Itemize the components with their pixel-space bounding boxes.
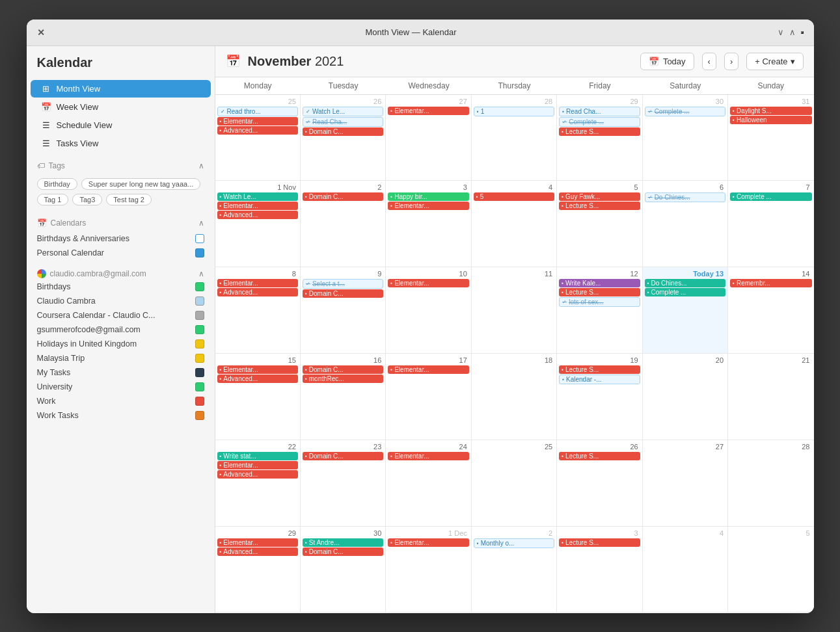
day-cell[interactable]: 20 <box>643 354 728 440</box>
calendar-event[interactable]: ▪Halloween <box>730 116 811 124</box>
calendar-event[interactable]: ▪Write Kale... <box>559 279 640 287</box>
tags-section-header[interactable]: 🏷 Tags ∧ <box>27 157 215 174</box>
calendar-event[interactable]: ▪Elementar... <box>217 117 298 125</box>
calendar-event[interactable]: ▪Domain C... <box>303 547 383 556</box>
google-cal-gsoc[interactable]: gsummerofcode@gmail.com <box>27 323 215 337</box>
day-cell[interactable]: 26✓Watch Le...✓Read Cha...▪Domain C... <box>301 95 386 181</box>
calendar-event[interactable]: ✓Read Cha... <box>303 117 383 127</box>
google-cal-work-tasks[interactable]: Work Tasks <box>27 408 215 423</box>
day-cell[interactable]: 5 <box>728 527 813 613</box>
day-cell[interactable]: 18 <box>472 354 557 440</box>
day-cell[interactable]: 21 <box>728 354 813 440</box>
day-cell[interactable]: 27▪Elementar... <box>386 95 471 181</box>
calendar-event[interactable]: ▪1 <box>474 107 554 116</box>
day-cell[interactable]: 4▪5 <box>472 181 557 267</box>
calendar-event[interactable]: ▪Elementar... <box>217 538 298 547</box>
day-cell[interactable]: 1 Dec▪Elementar... <box>386 527 471 613</box>
google-cal-birthdays[interactable]: Birthdays <box>27 280 215 294</box>
calendar-event[interactable]: ▪Monthly o... <box>474 538 554 548</box>
calendar-event[interactable]: ▪Domain C... <box>303 127 383 136</box>
calendar-personal[interactable]: Personal Calendar <box>27 246 215 260</box>
day-cell[interactable]: 5▪Guy Fawk...▪Lecture S... <box>557 181 642 267</box>
day-cell[interactable]: 11 <box>472 267 557 354</box>
create-button[interactable]: + Create ▾ <box>746 53 803 70</box>
calendar-event[interactable]: ▪Elementar... <box>388 365 468 374</box>
google-cal-university[interactable]: University <box>27 380 215 394</box>
calendar-event[interactable]: ▪Happy bir... <box>388 192 468 201</box>
calendar-event[interactable]: ▪St Andre... <box>303 538 383 547</box>
calendar-event[interactable]: ▪Domain C... <box>303 365 383 374</box>
calendar-event[interactable]: ▪Lecture S... <box>559 202 640 210</box>
google-cal-malaysia[interactable]: Malaysia Trip <box>27 351 215 365</box>
day-cell[interactable]: 10▪Elementar... <box>386 267 471 354</box>
next-button[interactable]: › <box>724 53 738 70</box>
day-cell[interactable]: 25 <box>472 440 557 527</box>
calendar-event[interactable]: ▪Lecture S... <box>559 288 640 296</box>
calendar-event[interactable]: ▪5 <box>474 192 554 201</box>
day-cell[interactable]: 19▪Lecture S...▪Kalendar -... <box>557 354 642 440</box>
day-cell[interactable]: 8▪Elementar...▪Advanced... <box>215 267 301 354</box>
calendar-event[interactable]: ▪Write stat... <box>217 452 298 460</box>
day-cell[interactable]: 16▪Domain C...▪monthRec... <box>301 354 386 440</box>
calendar-event[interactable]: ✓Watch Le... <box>303 107 383 116</box>
google-cal-work[interactable]: Work <box>27 394 215 408</box>
day-cell[interactable]: 12▪Write Kale...▪Lecture S...✓lots of se… <box>557 267 642 354</box>
day-cell[interactable]: 24▪Elementar... <box>386 440 471 527</box>
calendar-event[interactable]: ▪Do Chines... <box>645 279 725 287</box>
google-account-header[interactable]: claudio.cambra@gmail.com ∧ <box>27 265 215 280</box>
day-cell[interactable]: 30▪St Andre...▪Domain C... <box>301 527 386 613</box>
calendar-birthdays-anniversaries[interactable]: Birthdays & Anniversaries <box>27 231 215 246</box>
calendar-event[interactable]: ▪Complete ... <box>645 288 725 296</box>
calendars-section-header[interactable]: 📅 Calendars ∧ <box>27 215 215 231</box>
day-cell[interactable]: 3▪Happy bir...▪Elementar... <box>386 181 471 267</box>
calendar-event[interactable]: ✓Complete ... <box>645 107 725 116</box>
calendar-event[interactable]: ▪Guy Fawk... <box>559 192 640 201</box>
calendar-event[interactable]: ▪Domain C... <box>303 192 383 201</box>
calendar-event[interactable]: ▪Elementar... <box>217 202 298 210</box>
day-cell[interactable]: 6✓Do Chines... <box>643 181 728 267</box>
calendar-event[interactable]: ▪Kalendar -... <box>559 375 640 384</box>
day-cell[interactable]: 1 Nov▪Watch Le...▪Elementar...▪Advanced.… <box>215 181 301 267</box>
day-cell[interactable]: 4 <box>643 527 728 613</box>
day-cell[interactable]: 2▪Domain C... <box>301 181 386 267</box>
close-button[interactable] <box>801 31 804 34</box>
tag-super-long[interactable]: Super super long new tag yaaa... <box>81 178 200 190</box>
calendar-event[interactable]: ▪Elementar... <box>388 202 468 210</box>
tag-1[interactable]: Tag 1 <box>37 194 69 205</box>
google-cal-tasks[interactable]: My Tasks <box>27 365 215 380</box>
calendar-event[interactable]: ▪Elementar... <box>217 365 298 374</box>
sidebar-item-month-view[interactable]: ⊞ Month View <box>31 80 211 98</box>
google-cal-claudio[interactable]: Claudio Cambra <box>27 294 215 308</box>
calendar-event[interactable]: ▪Remembr... <box>730 279 811 287</box>
day-cell[interactable]: 25✓Read thro...▪Elementar...▪Advanced... <box>215 95 301 181</box>
day-cell[interactable]: 9✓Select a t...▪Domain C... <box>301 267 386 354</box>
calendar-event[interactable]: ▪Advanced... <box>217 375 298 383</box>
google-cal-holidays[interactable]: Holidays in United Kingdom <box>27 337 215 351</box>
day-cell[interactable]: 27 <box>643 440 728 527</box>
calendar-event[interactable]: ▪Elementar... <box>388 279 468 287</box>
prev-button[interactable]: ‹ <box>702 53 716 70</box>
day-cell[interactable]: 14▪Remembr... <box>728 267 813 354</box>
day-cell[interactable]: 30✓Complete ... <box>643 95 728 181</box>
calendar-event[interactable]: ✓Select a t... <box>303 279 383 289</box>
day-cell[interactable]: 28▪1 <box>472 95 557 181</box>
day-cell[interactable]: 7▪Complete ... <box>728 181 813 267</box>
calendar-event[interactable]: ▪Advanced... <box>217 288 298 296</box>
maximize-icon[interactable]: ∧ <box>789 27 796 37</box>
sidebar-item-week-view[interactable]: 📅 Week View <box>31 98 211 116</box>
tag-test[interactable]: Test tag 2 <box>106 194 152 205</box>
tag-birthday[interactable]: Birthday <box>37 178 77 190</box>
sidebar-item-schedule-view[interactable]: ☰ Schedule View <box>31 116 211 134</box>
day-cell[interactable]: 2▪Monthly o... <box>472 527 557 613</box>
calendar-event[interactable]: ▪Lecture S... <box>559 452 640 460</box>
tag-3[interactable]: Tag3 <box>72 194 102 205</box>
day-cell[interactable]: 23▪Domain C... <box>301 440 386 527</box>
day-cell[interactable]: 22▪Write stat...▪Elementar...▪Advanced..… <box>215 440 301 527</box>
day-cell[interactable]: 29▪Elementar...▪Advanced... <box>215 527 301 613</box>
calendar-event[interactable]: ▪Lecture S... <box>559 365 640 374</box>
day-cell[interactable]: 31▪Daylight S...▪Halloween <box>728 95 813 181</box>
day-cell[interactable]: 17▪Elementar... <box>386 354 471 440</box>
calendar-event[interactable]: ▪Elementar... <box>217 461 298 469</box>
calendar-event[interactable]: ▪Lecture S... <box>559 538 640 547</box>
calendar-event[interactable]: ▪Domain C... <box>303 289 383 298</box>
